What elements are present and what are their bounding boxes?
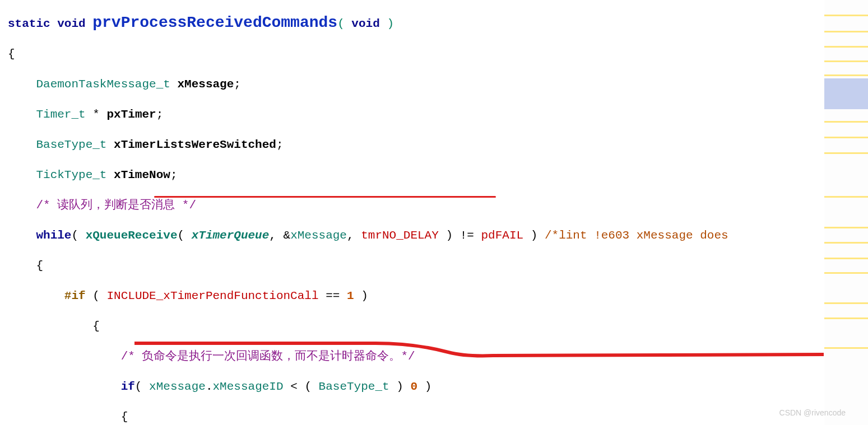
code-editor[interactable]: static void prvProcessReceivedCommands( … [0, 0, 824, 425]
minimap-mark [824, 31, 868, 32]
comment: /* 负命令是执行一次回调函数，而不是计时器命令。*/ [121, 350, 415, 363]
minimap-mark [824, 227, 868, 228]
keyword-static: static [8, 17, 50, 30]
code-line: { [0, 319, 824, 334]
minimap-viewport[interactable] [824, 78, 868, 109]
minimap-mark [824, 317, 868, 319]
minimap-mark [824, 15, 868, 16]
code-line: { [0, 409, 824, 424]
minimap-mark [824, 121, 868, 123]
code-line: while( xQueueReceive( xTimerQueue, &xMes… [0, 228, 824, 243]
minimap-mark [824, 242, 868, 244]
code-line: { [0, 258, 824, 273]
minimap-mark [824, 272, 868, 274]
code-line: #if ( INCLUDE_xTimerPendFunctionCall == … [0, 288, 824, 303]
minimap[interactable] [824, 0, 868, 425]
minimap-mark [824, 74, 868, 76]
code-line: /* 读队列，判断是否消息 */ [0, 198, 824, 213]
function-name: prvProcessReceivedCommands [92, 14, 337, 31]
lint-comment: /*lint !e603 xMessage does [545, 229, 728, 242]
preprocessor-if: #if [64, 289, 86, 302]
code-line: TickType_t xTimeNow; [0, 167, 824, 183]
minimap-mark [824, 302, 868, 304]
comment: /* 读队列，判断是否消息 */ [36, 199, 196, 212]
code-line: if( xMessage.xMessageID < ( BaseType_t )… [0, 379, 824, 394]
minimap-mark [824, 258, 868, 259]
code-line: DaemonTaskMessage_t xMessage; [0, 77, 824, 92]
code-line: static void prvProcessReceivedCommands( … [0, 15, 824, 31]
minimap-mark [824, 152, 868, 154]
code-line: BaseType_t xTimerListsWereSwitched; [0, 137, 824, 152]
minimap-mark [824, 347, 868, 349]
minimap-mark [824, 196, 868, 198]
watermark: CSDN @rivencode [779, 405, 846, 421]
code-line: /* 负命令是执行一次回调函数，而不是计时器命令。*/ [0, 349, 824, 364]
minimap-mark [824, 137, 868, 138]
minimap-mark [824, 60, 868, 62]
minimap-mark [824, 46, 868, 48]
code-line: { [0, 46, 824, 62]
keyword-void: void [57, 17, 85, 30]
code-line: Timer_t * pxTimer; [0, 107, 824, 122]
